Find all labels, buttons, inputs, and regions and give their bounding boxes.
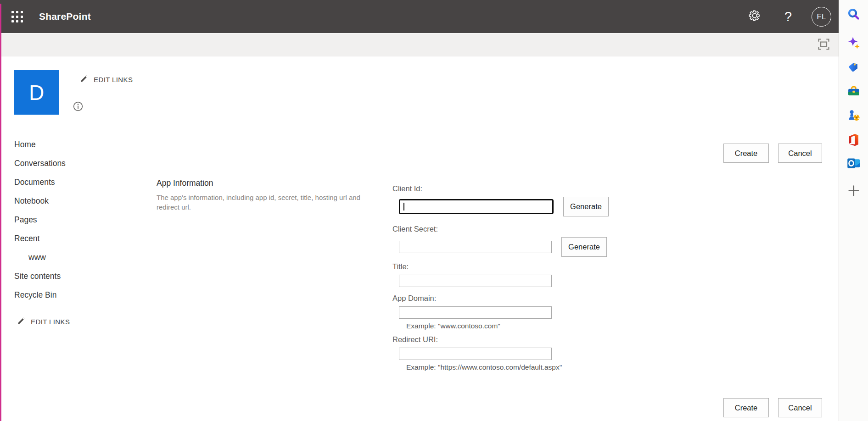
sidebar-copilot-button[interactable] [847,37,861,50]
section-description: The app's information, including app id,… [157,193,381,212]
edit-links-label: EDIT LINKS [94,76,133,83]
edit-links-top[interactable]: EDIT LINKS [80,74,133,84]
nav-item-label: Site contents [14,271,61,281]
nav-item-notebook[interactable]: Notebook [14,192,66,210]
client-id-field-focus-ring [399,199,554,214]
client-id-label: Client Id: [392,184,613,193]
nav-item-label: Notebook [14,196,49,206]
product-title: SharePoint [39,11,91,22]
sidebar-outlook-button[interactable] [847,157,861,171]
help-button[interactable]: ? [778,6,798,27]
app-domain-input[interactable] [399,306,552,319]
topbar-actions: ? FL [745,6,831,27]
settings-gear-icon [748,9,761,24]
client-id-group: Client Id: Generate [392,184,613,216]
app-domain-label: App Domain: [392,294,613,303]
nav-item-recent[interactable]: Recent [14,229,66,248]
sidebar-office-button[interactable] [847,134,861,148]
sidebar-games-button[interactable] [847,109,861,123]
sidebar-search-button[interactable] [847,8,861,22]
sidebar-shopping-button[interactable] [847,61,861,75]
cancel-button-top[interactable]: Cancel [778,144,822,163]
nav-item-documents[interactable]: Documents [14,173,66,192]
edge-sidebar [839,0,868,421]
create-button-bottom[interactable]: Create [723,398,769,417]
generate-client-id-button[interactable]: Generate [563,197,609,216]
client-secret-label: Client Secret: [392,225,613,233]
nav-item-label: Conversations [14,159,66,168]
avatar-initials: FL [817,12,826,21]
text-caret [403,203,404,210]
settings-button[interactable] [745,6,765,27]
nav-item-home[interactable]: Home [14,135,66,154]
nav-item-label: Recycle Bin [14,290,56,300]
games-icon [847,108,861,124]
title-input[interactable] [399,275,552,287]
title-label: Title: [392,262,613,271]
nav-item-conversations[interactable]: Conversations [14,154,66,173]
generate-client-secret-button[interactable]: Generate [561,237,607,257]
shopping-tag-icon [847,60,861,76]
client-id-input[interactable] [400,200,552,213]
info-icon [73,105,84,113]
redirect-uri-label: Redirect URI: [392,335,613,344]
copilot-sparkle-icon [847,36,861,51]
help-icon: ? [784,9,792,24]
office-icon [847,133,861,149]
client-secret-group: Client Secret: Generate [392,225,613,257]
app-information-section: App Information The app's information, i… [157,178,381,212]
sidebar-customize-button[interactable] [847,185,861,199]
ribbon-banner [0,33,839,56]
pencil-icon [80,74,89,84]
window-accent-stripe [0,4,1,421]
nav-item-www[interactable]: www [14,248,66,267]
search-icon [847,7,861,23]
nav-item-label: www [28,253,46,262]
nav-item-label: Home [14,140,36,150]
redirect-uri-input[interactable] [399,348,552,360]
edit-links-bottom[interactable]: EDIT LINKS [17,316,70,327]
site-logo-letter: D [29,80,44,105]
nav-item-label: Pages [14,215,37,225]
client-secret-input[interactable] [399,241,552,253]
nav-item-pages[interactable]: Pages [14,210,66,229]
cancel-button-bottom[interactable]: Cancel [778,398,822,417]
redirect-uri-group: Redirect URI: Example: "https://www.cont… [392,335,613,371]
section-title: App Information [157,178,381,188]
title-group: Title: [392,262,613,287]
suite-top-bar: SharePoint ? FL [0,0,839,33]
site-info-button[interactable] [73,101,84,112]
outlook-icon [847,156,861,172]
nav-item-site-contents[interactable]: Site contents [14,267,66,286]
focus-mode-icon [817,37,831,53]
left-navigation: Home Conversations Documents Notebook Pa… [14,135,66,305]
app-domain-group: App Domain: Example: "www.contoso.com" [392,294,613,330]
sidebar-tools-button[interactable] [847,85,861,99]
nav-item-recycle-bin[interactable]: Recycle Bin [14,286,66,305]
redirect-uri-example: Example: "https://www.contoso.com/defaul… [406,363,613,371]
app-launcher-button[interactable] [7,6,27,27]
account-avatar[interactable]: FL [812,7,831,27]
pencil-icon [17,316,26,327]
app-launcher-icon [11,11,23,22]
nav-item-label: Recent [14,234,39,244]
toolbox-icon [847,84,861,100]
add-plus-icon [847,184,861,199]
focus-mode-button[interactable] [816,37,831,53]
app-domain-example: Example: "www.contoso.com" [406,322,613,330]
site-logo-tile[interactable]: D [14,70,59,115]
create-button-top[interactable]: Create [723,144,769,163]
nav-item-label: Documents [14,177,55,187]
edit-links-label: EDIT LINKS [31,318,70,326]
sharepoint-app-registration-page: SharePoint ? FL D [0,0,868,421]
